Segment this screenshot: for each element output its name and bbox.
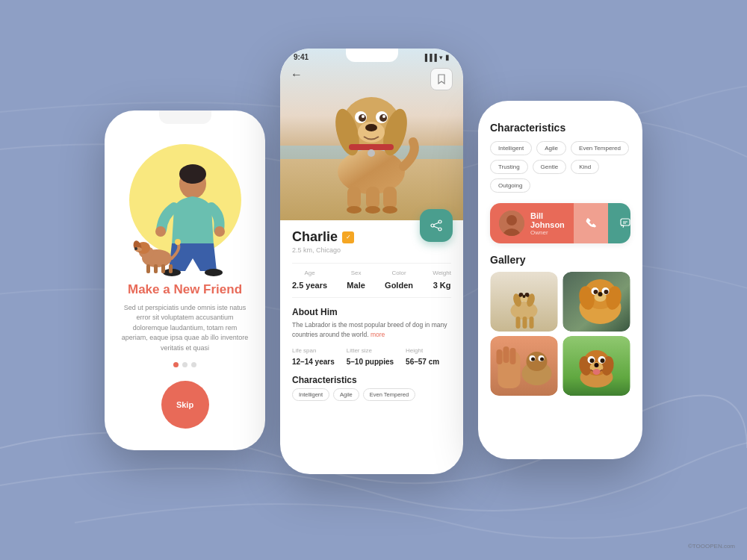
svg-point-92 [601, 358, 605, 363]
char-3-intelligent: Intelligent [490, 141, 532, 155]
chars-row-2: Trusting Gentle Kind Outgoing [490, 160, 630, 193]
skip-button[interactable]: Skip [161, 381, 209, 429]
svg-line-43 [434, 223, 438, 225]
svg-point-91 [590, 358, 595, 363]
svg-rect-12 [146, 264, 150, 273]
dot-3 [191, 362, 196, 367]
svg-point-29 [382, 115, 385, 118]
phone-icon [586, 218, 596, 228]
gallery-grid [490, 272, 630, 396]
gallery-item-3 [490, 336, 558, 396]
stat-color: Color Golden [385, 270, 413, 291]
svg-point-16 [175, 239, 181, 245]
svg-point-42 [438, 228, 441, 231]
watermark: ©TOOOPEN.com [688, 543, 735, 550]
svg-rect-36 [383, 187, 397, 209]
owner-avatar [499, 211, 524, 236]
back-button[interactable]: ← [291, 68, 303, 81]
svg-rect-75 [497, 349, 503, 364]
char-3-even-tempered: Even Tempered [571, 141, 629, 155]
gallery-img-1 [490, 272, 558, 332]
owner-role: Owner [530, 229, 565, 236]
gallery-item-1 [490, 272, 558, 332]
bookmark-button[interactable] [430, 68, 453, 90]
about-text: The Labrador is the most popular breed o… [292, 320, 451, 340]
svg-rect-14 [161, 264, 165, 273]
person-dog-illustration [125, 148, 245, 282]
svg-rect-60 [523, 317, 527, 329]
gallery-img-4 [562, 336, 630, 396]
svg-point-37 [347, 206, 362, 214]
status-time: 9:41 [294, 53, 309, 61]
gallery-title: Gallery [490, 254, 630, 266]
share-icon [430, 220, 442, 231]
phone3-chars-title: Characteristics [490, 122, 630, 134]
char-3-trusting: Trusting [490, 160, 528, 174]
svg-rect-61 [530, 317, 534, 329]
svg-point-39 [382, 206, 397, 214]
gallery-item-2 [562, 272, 630, 332]
stat-age: Age 2.5 years [292, 270, 327, 291]
svg-rect-76 [503, 346, 509, 363]
litter-size: Litter size 5–10 puppies [347, 347, 394, 367]
chat-icon [620, 218, 630, 228]
char-even-tempered: Even Tempered [363, 388, 415, 401]
dog-name: Charlie [292, 229, 338, 245]
owner-card: Bill Johnson Owner [490, 203, 630, 243]
gallery-item-4 [562, 336, 630, 396]
dot-2 [182, 362, 187, 367]
char-intelligent: Intelligent [292, 388, 329, 401]
char-3-outgoing: Outgoing [490, 178, 530, 193]
char-3-gentle: Gentle [533, 160, 567, 174]
owner-avatar-svg [499, 211, 524, 236]
life-stats: Life span 12–14 years Litter size 5–10 p… [292, 347, 451, 367]
svg-point-2 [155, 226, 166, 237]
chars-row-1: Intelligent Agile Even Tempered [490, 141, 630, 155]
svg-point-70 [604, 290, 609, 294]
phone-2-dog-profile: 9:41 ▐▐▐ ▾ ▮ ← [280, 49, 463, 474]
phone-1-onboarding: Make a New Friend Sed ut perspiciatis un… [105, 111, 265, 450]
pagination-dots [173, 362, 196, 367]
svg-rect-32 [349, 144, 394, 150]
svg-rect-15 [169, 264, 173, 273]
verified-badge: ✓ [342, 231, 354, 243]
svg-point-31 [365, 124, 377, 131]
dog-location: 2.5 km, Chicago [292, 246, 451, 254]
characteristics-tags: Intelligent Agile Even Tempered [292, 388, 451, 401]
bookmark-icon [437, 74, 446, 84]
dog-stats-row: Age 2.5 years Sex Male Color Golden Weig… [292, 263, 451, 298]
gallery-img-3 [490, 336, 558, 396]
svg-point-5 [205, 269, 223, 276]
svg-point-72 [598, 292, 603, 296]
onboarding-description: Sed ut perspiciatis unde omnis iste natu… [120, 303, 250, 354]
svg-line-44 [434, 226, 438, 228]
share-button[interactable] [420, 209, 453, 242]
svg-point-3 [214, 226, 225, 237]
svg-point-94 [595, 363, 599, 367]
svg-point-58 [523, 295, 526, 298]
svg-point-40 [438, 220, 441, 223]
svg-point-33 [368, 149, 375, 157]
svg-rect-59 [516, 317, 521, 329]
svg-point-82 [531, 358, 535, 361]
owner-actions [574, 203, 630, 243]
svg-point-38 [365, 206, 380, 214]
svg-point-46 [506, 215, 517, 225]
call-button[interactable] [574, 203, 608, 243]
svg-rect-34 [347, 187, 361, 209]
svg-point-11 [134, 247, 137, 250]
dot-1 [173, 362, 179, 367]
chat-button[interactable] [608, 203, 630, 243]
svg-point-83 [540, 358, 544, 361]
life-span: Life span 12–14 years [292, 347, 335, 367]
more-link[interactable]: more [371, 331, 385, 338]
height: Height 56–57 cm [406, 347, 439, 367]
svg-point-79 [527, 352, 548, 371]
owner-name: Bill Johnson [530, 211, 565, 229]
svg-point-1 [179, 164, 206, 184]
phone-3-details: Characteristics Intelligent Agile Even T… [478, 101, 642, 459]
svg-rect-77 [510, 348, 516, 364]
about-title: About Him [292, 307, 451, 317]
svg-rect-35 [366, 187, 379, 209]
svg-point-41 [431, 224, 434, 227]
